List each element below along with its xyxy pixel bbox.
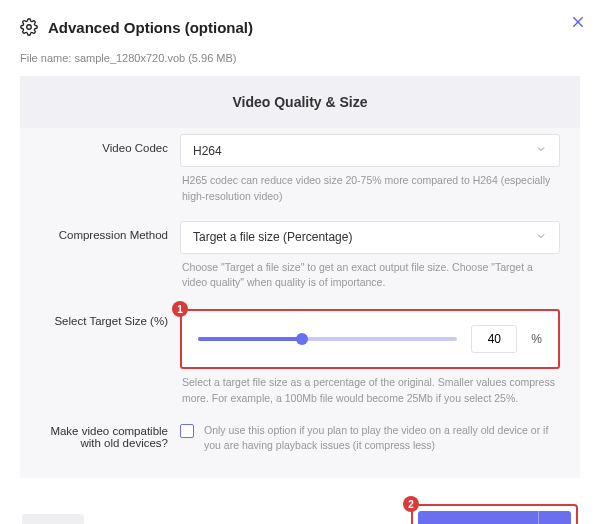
file-name-label: File name: <box>20 52 71 64</box>
target-percent-input[interactable] <box>471 325 517 353</box>
dialog-footer: Reset 2 Apply Settings <box>20 504 580 524</box>
quality-panel: Video Quality & Size Video Codec H264 H2… <box>20 76 580 478</box>
close-button[interactable] <box>570 14 586 33</box>
chevron-down-icon <box>535 143 547 158</box>
method-hint: Choose "Target a file size" to get an ex… <box>182 260 558 292</box>
file-name-row: File name: sample_1280x720.vob (5.96 MB) <box>20 52 580 64</box>
slider-thumb[interactable] <box>296 333 308 345</box>
gear-icon <box>20 18 38 36</box>
codec-hint: H265 codec can reduce video size 20-75% … <box>182 173 558 205</box>
annotation-badge-2: 2 <box>403 496 419 512</box>
compat-label: Make video compatible with old devices? <box>40 423 180 449</box>
dialog-title: Advanced Options (optional) <box>48 19 253 36</box>
apply-container: 2 Apply Settings <box>411 504 578 524</box>
compat-checkbox[interactable] <box>180 424 194 438</box>
percent-symbol: % <box>531 332 542 346</box>
codec-select[interactable]: H264 <box>180 134 560 167</box>
compat-hint: Only use this option if you plan to play… <box>204 423 560 455</box>
slider-fill <box>198 337 302 341</box>
reset-button[interactable]: Reset <box>22 514 84 525</box>
target-slider[interactable] <box>198 337 457 341</box>
codec-select-value: H264 <box>193 144 222 158</box>
target-label: Select Target Size (%) <box>40 307 180 327</box>
dialog-header: Advanced Options (optional) <box>20 18 580 36</box>
apply-dropdown-button[interactable] <box>538 511 571 524</box>
apply-button[interactable]: Apply Settings <box>418 511 538 524</box>
file-name-value: sample_1280x720.vob (5.96 MB) <box>74 52 236 64</box>
target-slider-container: 1 % <box>180 309 560 369</box>
method-select[interactable]: Target a file size (Percentage) <box>180 221 560 254</box>
annotation-badge-1: 1 <box>172 301 188 317</box>
method-select-value: Target a file size (Percentage) <box>193 230 352 244</box>
chevron-down-icon <box>535 230 547 245</box>
method-label: Compression Method <box>40 221 180 241</box>
panel-title: Video Quality & Size <box>20 76 580 128</box>
codec-label: Video Codec <box>40 134 180 154</box>
target-hint: Select a target file size as a percentag… <box>182 375 558 407</box>
svg-point-0 <box>27 25 32 30</box>
